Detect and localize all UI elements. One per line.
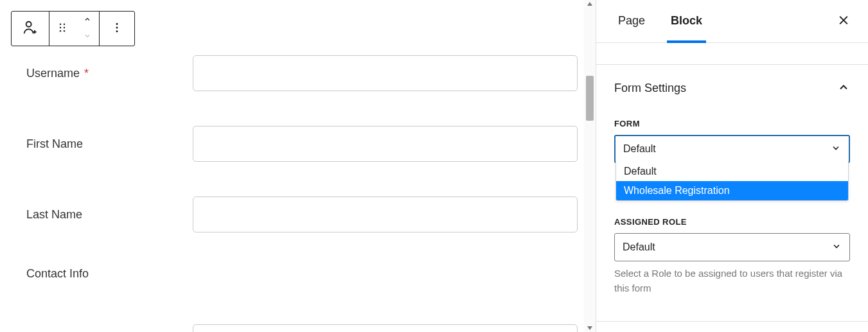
assigned-role-label: ASSIGNED ROLE <box>614 217 850 227</box>
form-select-dropdown: Default Wholesale Registration <box>616 162 849 201</box>
panel-header[interactable]: Form Settings <box>596 65 868 111</box>
form-area: Username * First Name Last Name Contact … <box>26 55 578 332</box>
username-input[interactable] <box>193 55 578 91</box>
svg-point-0 <box>26 22 31 27</box>
panel-title: Form Settings <box>614 82 686 95</box>
required-marker: * <box>84 67 89 80</box>
chevron-down-icon <box>82 32 93 42</box>
assigned-role-help: Select a Role to be assigned to users th… <box>614 266 850 295</box>
assigned-role-value: Default <box>623 241 655 253</box>
scrollbar-thumb[interactable] <box>586 76 594 121</box>
scroll-up-arrow[interactable] <box>584 0 596 8</box>
drag-handle-button[interactable] <box>49 12 75 46</box>
move-down-button[interactable] <box>75 29 99 46</box>
svg-point-8 <box>64 30 65 31</box>
form-select-field: FORM Default Default Wholesale Registrat… <box>614 119 850 163</box>
svg-point-7 <box>60 30 61 31</box>
dropdown-option[interactable]: Wholesale Registration <box>616 181 848 200</box>
svg-point-10 <box>116 27 118 29</box>
sidebar-tabs: Page Block <box>596 0 868 43</box>
form-row-email: E-mail * <box>26 324 578 332</box>
form-row-first-name: First Name <box>26 126 578 162</box>
last-name-input[interactable] <box>193 197 578 232</box>
more-vertical-icon <box>111 21 123 36</box>
form-select-label: FORM <box>614 119 850 128</box>
assigned-role-select[interactable]: Default <box>614 233 850 261</box>
svg-point-3 <box>60 24 61 25</box>
form-select[interactable]: Default Default Wholesale Registration <box>614 135 850 163</box>
svg-point-6 <box>64 27 65 28</box>
close-sidebar-button[interactable] <box>837 14 850 29</box>
svg-point-9 <box>116 23 118 25</box>
close-icon <box>837 19 850 29</box>
email-input[interactable] <box>193 324 578 332</box>
first-name-input[interactable] <box>193 126 578 162</box>
drag-handle-icon <box>57 22 68 35</box>
chevron-down-icon <box>831 241 842 254</box>
svg-point-4 <box>64 24 65 25</box>
collapsed-panel <box>596 43 868 65</box>
dropdown-option[interactable]: Default <box>616 162 848 181</box>
last-name-label: Last Name <box>26 208 193 222</box>
move-up-button[interactable] <box>75 12 99 29</box>
editor-canvas: Username * First Name Last Name Contact … <box>0 0 584 332</box>
tab-page[interactable]: Page <box>614 1 649 43</box>
username-label: Username * <box>26 67 193 80</box>
svg-point-5 <box>60 27 61 28</box>
form-select-value: Default <box>623 143 656 155</box>
block-toolbar <box>11 11 135 46</box>
chevron-down-icon <box>831 143 841 155</box>
label-text: Username <box>26 67 80 80</box>
user-plus-icon <box>21 19 39 39</box>
canvas-scrollbar[interactable] <box>584 0 596 332</box>
form-row-username: Username * <box>26 55 578 91</box>
panel-body: FORM Default Default Wholesale Registrat… <box>596 111 868 321</box>
settings-sidebar: Page Block Form Settings FORM <box>596 0 868 332</box>
form-settings-panel: Form Settings FORM Default <box>596 65 868 322</box>
chevron-up-icon <box>82 15 93 25</box>
svg-point-11 <box>116 30 118 32</box>
chevron-up-icon <box>837 81 850 96</box>
tab-block[interactable]: Block <box>667 1 706 43</box>
block-type-button[interactable] <box>12 12 49 46</box>
form-row-last-name: Last Name <box>26 197 578 232</box>
more-options-button[interactable] <box>100 12 134 46</box>
contact-info-heading: Contact Info <box>26 267 578 281</box>
scroll-down-arrow[interactable] <box>584 324 596 332</box>
assigned-role-field: ASSIGNED ROLE Default Select a Role to b… <box>614 217 850 295</box>
first-name-label: First Name <box>26 137 193 151</box>
